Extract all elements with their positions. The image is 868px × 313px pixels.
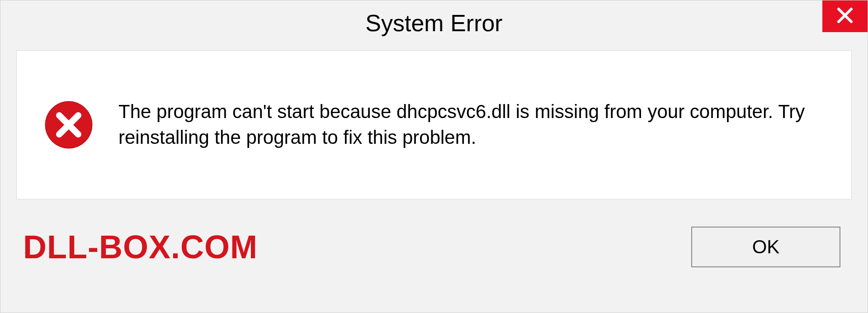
content-panel: The program can't start because dhcpcsvc… — [16, 50, 852, 199]
window-title: System Error — [365, 9, 502, 37]
close-button[interactable] — [822, 0, 868, 32]
watermark-text: DLL-BOX.COM — [23, 228, 258, 266]
titlebar: System Error — [0, 0, 868, 46]
ok-button[interactable]: OK — [691, 227, 840, 267]
ok-button-label: OK — [752, 236, 780, 258]
error-message: The program can't start because dhcpcsvc… — [118, 99, 824, 150]
error-icon — [44, 100, 94, 150]
footer: DLL-BOX.COM OK — [16, 199, 852, 294]
close-icon — [836, 6, 854, 26]
dialog-window: System Error The program can't start bec… — [0, 0, 868, 313]
